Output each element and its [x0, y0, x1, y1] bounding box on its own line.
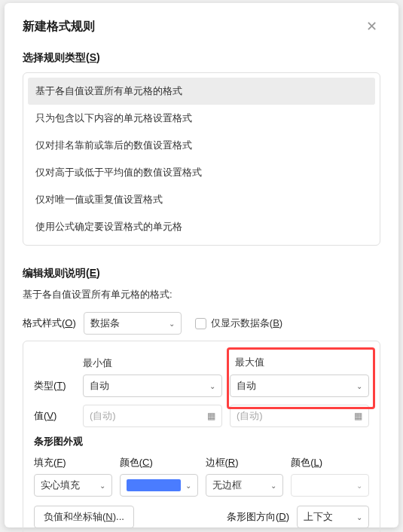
- border-label: 边框(R): [206, 456, 284, 469]
- color1-label: 颜色(C): [120, 456, 198, 469]
- format-style-select[interactable]: 数据条 ⌄: [84, 312, 182, 335]
- range-picker-icon[interactable]: ▦: [354, 411, 362, 421]
- rule-type-item-0[interactable]: 基于各自值设置所有单元格的格式: [28, 78, 375, 105]
- rule-type-list: 基于各自值设置所有单元格的格式 只为包含以下内容的单元格设置格式 仅对排名靠前或…: [23, 72, 380, 246]
- value-label: 值(V): [34, 409, 75, 423]
- bar-color-select[interactable]: ⌄: [120, 474, 198, 497]
- chevron-down-icon: ⌄: [99, 482, 105, 490]
- new-format-rule-dialog: 新建格式规则 ✕ 选择规则类型(S) 基于各自值设置所有单元格的格式 只为包含以…: [5, 3, 398, 527]
- appearance-bottom-row: 负值和坐标轴(N)... 条形图方向(D) 上下文 ⌄: [34, 506, 369, 528]
- format-style-label: 格式样式(O): [23, 316, 76, 330]
- value-min-input[interactable]: (自动) ▦: [83, 405, 222, 427]
- chevron-down-icon: ⌄: [270, 482, 276, 490]
- rule-type-item-4[interactable]: 仅对唯一值或重复值设置格式: [28, 186, 375, 213]
- type-row: 类型(T) 自动 ⌄ 自动 ⌄: [34, 375, 369, 397]
- rule-desc-text: 基于各自值设置所有单元格的格式:: [23, 288, 380, 301]
- negative-axis-button[interactable]: 负值和坐标轴(N)...: [34, 506, 134, 528]
- bar-direction-select[interactable]: 上下文 ⌄: [297, 506, 369, 528]
- show-bar-only-checkbox-wrap[interactable]: 仅显示数据条(B): [195, 316, 282, 330]
- type-label: 类型(T): [34, 379, 75, 393]
- chevron-down-icon: ⌄: [356, 382, 362, 390]
- appearance-title: 条形图外观: [34, 435, 369, 448]
- type-min-select[interactable]: 自动 ⌄: [83, 375, 222, 397]
- chevron-down-icon: ⌄: [185, 482, 191, 490]
- appearance-row: 实心填充 ⌄ ⌄ 无边框 ⌄ ⌄: [34, 474, 369, 497]
- config-panel: x 最小值 最大值 类型(T) 自动 ⌄: [23, 341, 380, 532]
- max-value-header: 最大值: [235, 356, 367, 369]
- rule-type-item-1[interactable]: 只为包含以下内容的单元格设置格式: [28, 105, 375, 132]
- border-select[interactable]: 无边框 ⌄: [206, 474, 284, 497]
- rule-type-item-5[interactable]: 使用公式确定要设置格式的单元格: [28, 213, 375, 240]
- dialog-header: 新建格式规则 ✕: [23, 3, 380, 51]
- rule-desc-section-title: 编辑规则说明(E): [23, 267, 380, 280]
- show-bar-only-checkbox[interactable]: [195, 318, 206, 329]
- type-max-select[interactable]: 自动 ⌄: [230, 375, 369, 397]
- chevron-down-icon: ⌄: [356, 513, 362, 521]
- fill-select[interactable]: 实心填充 ⌄: [34, 474, 112, 497]
- min-value-header: 最小值: [83, 356, 222, 370]
- range-picker-icon[interactable]: ▦: [207, 411, 215, 421]
- chevron-down-icon: ⌄: [209, 382, 215, 390]
- close-icon[interactable]: ✕: [363, 17, 380, 36]
- format-style-row: 格式样式(O) 数据条 ⌄ 仅显示数据条(B): [23, 312, 380, 335]
- rule-type-section-title: 选择规则类型(S): [23, 51, 380, 65]
- fill-label: 填充(F): [34, 456, 112, 469]
- chevron-down-icon: ⌄: [356, 482, 362, 490]
- dialog-title: 新建格式规则: [23, 19, 95, 35]
- appearance-headers: 填充(F) 颜色(C) 边框(R) 颜色(L): [34, 456, 369, 469]
- border-color-swatch: [298, 479, 356, 491]
- color2-label: 颜色(L): [291, 456, 369, 469]
- bar-color-swatch: [127, 479, 181, 491]
- rule-type-item-3[interactable]: 仅对高于或低于平均值的数值设置格式: [28, 159, 375, 186]
- chevron-down-icon: ⌄: [169, 320, 175, 328]
- rule-type-item-2[interactable]: 仅对排名靠前或靠后的数值设置格式: [28, 132, 375, 159]
- border-color-select[interactable]: ⌄: [291, 474, 369, 497]
- show-bar-only-label: 仅显示数据条(B): [211, 316, 282, 330]
- bar-direction-label: 条形图方向(D): [227, 510, 289, 524]
